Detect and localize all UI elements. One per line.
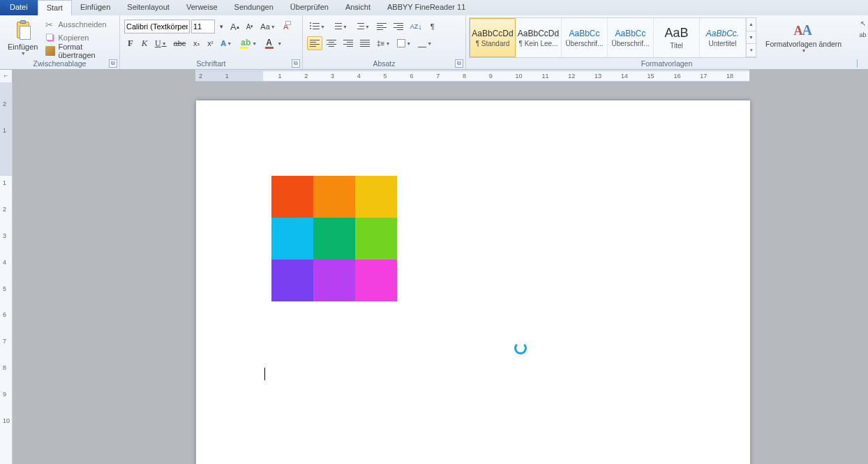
tab-file[interactable]: Datei (0, 0, 38, 15)
multilevel-list-button[interactable]: ▼ (352, 20, 373, 33)
group-paragraph-label: Absatz (306, 59, 463, 69)
text-effects-button[interactable]: A▼ (218, 36, 234, 50)
ruler-tick: 12 (568, 73, 575, 80)
style-item-3[interactable]: AaBbCcÜberschrif... (608, 18, 654, 57)
vruler-tick: 7 (3, 338, 6, 345)
decrease-indent-button[interactable] (374, 20, 389, 33)
vruler-tick: 9 (3, 391, 6, 398)
tab-references[interactable]: Verweise (178, 0, 226, 15)
style-preview: AaBbCc (615, 29, 645, 38)
font-size-dropdown[interactable]: ▾ (216, 21, 226, 32)
style-name: Titel (670, 42, 683, 50)
tab-review[interactable]: Überprüfen (282, 0, 337, 15)
ruler-tick: 7 (436, 73, 440, 80)
underline-button[interactable]: U▼ (152, 36, 170, 50)
paste-icon (13, 20, 33, 43)
grid-cell-4 (313, 218, 355, 260)
change-case-button[interactable]: Aa▼ (257, 20, 278, 33)
tab-home[interactable]: Start (38, 0, 72, 15)
shrink-font-button[interactable]: A▾ (244, 20, 257, 33)
ruler-corner[interactable]: ⌐ (0, 70, 13, 82)
style-name: Überschrif... (612, 40, 650, 47)
borders-button[interactable]: ▼ (415, 36, 435, 50)
align-center-button[interactable] (324, 36, 339, 50)
group-paragraph: ▼ ▼ ▼ AZ↓ ¶ ‡≡▼ ▼ ▼ A (303, 15, 466, 69)
text-cursor (264, 368, 265, 380)
paste-label: Einfügen (8, 43, 38, 51)
page-area (13, 82, 868, 464)
vruler-tick: 8 (3, 364, 6, 371)
sort-button[interactable]: AZ↓ (407, 20, 425, 33)
find-icon[interactable]: ab (859, 31, 866, 38)
gallery-scroll-up[interactable]: ▲ (747, 18, 756, 31)
style-preview: AaBbCcDd (472, 29, 513, 38)
font-launcher[interactable]: ⧉ (292, 59, 300, 68)
document-page[interactable] (196, 100, 750, 464)
grid-cell-6 (271, 260, 313, 301)
align-justify-button[interactable] (357, 36, 373, 50)
style-name: ¶ Kein Lee... (519, 40, 558, 47)
format-painter-button[interactable]: Format übertragen (44, 45, 115, 57)
copy-icon (45, 33, 55, 43)
change-styles-button[interactable]: Formatvorlagen ändern ▼ (761, 17, 846, 59)
style-item-2[interactable]: AaBbCcÜberschrif... (562, 18, 608, 57)
change-styles-label: Formatvorlagen ändern (765, 40, 841, 48)
align-right-button[interactable] (341, 36, 356, 50)
copy-button[interactable]: Kopieren (44, 31, 115, 43)
ruler-tick: 2 (304, 73, 308, 80)
style-item-4[interactable]: AaBTitel (654, 18, 700, 57)
cut-button[interactable]: ✂ Ausschneiden (44, 18, 115, 30)
line-spacing-button[interactable]: ‡≡▼ (374, 36, 393, 50)
loading-spinner-icon (514, 342, 527, 354)
gallery-scroll-more[interactable]: ▾ (747, 44, 756, 57)
gallery-scroll-down[interactable]: ▼ (747, 31, 756, 45)
clear-formatting-button[interactable]: A (280, 20, 292, 33)
font-color-button[interactable]: A▼ (261, 36, 285, 50)
chevron-down-icon: ▼ (21, 51, 26, 56)
subscript-button[interactable]: x (190, 36, 202, 50)
style-name: Untertitel (708, 40, 736, 47)
italic-button[interactable]: K (138, 36, 151, 50)
show-marks-button[interactable]: ¶ (426, 20, 439, 33)
bullets-button[interactable]: ▼ (307, 20, 328, 33)
grid-cell-5 (355, 218, 397, 260)
strikethrough-button[interactable]: abc (171, 36, 189, 50)
tab-mailings[interactable]: Sendungen (226, 0, 282, 15)
group-styles: AaBbCcDd¶ StandardAaBbCcDd¶ Kein Lee...A… (466, 15, 868, 69)
ribbon-tabs: Datei Start Einfügen Seitenlayout Verwei… (0, 0, 868, 15)
tab-page-layout[interactable]: Seitenlayout (119, 0, 178, 15)
chevron-down-icon: ▼ (802, 48, 807, 53)
paragraph-launcher[interactable]: ⧉ (455, 59, 463, 68)
style-item-0[interactable]: AaBbCcDd¶ Standard (470, 18, 516, 57)
clipboard-launcher[interactable]: ⧉ (109, 59, 117, 68)
vruler-tick: 3 (3, 232, 6, 239)
ruler-tick: 8 (463, 73, 466, 80)
horizontal-ruler[interactable]: 21123456789101112131415161718 (195, 70, 749, 82)
paste-button[interactable]: Einfügen ▼ (3, 17, 43, 59)
grid-cell-3 (271, 218, 313, 260)
bold-button[interactable]: F (124, 36, 137, 50)
tab-view[interactable]: Ansicht (337, 0, 379, 15)
superscript-button[interactable]: x (204, 36, 216, 50)
vertical-ruler[interactable]: 2112345678910 (0, 82, 13, 464)
grow-font-button[interactable]: A▴ (227, 20, 242, 33)
styles-gallery[interactable]: AaBbCcDd¶ StandardAaBbCcDd¶ Kein Lee...A… (469, 17, 756, 58)
work-area: 2112345678910 (0, 82, 868, 464)
highlight-color-button[interactable]: ab▼ (236, 36, 260, 50)
change-styles-icon (794, 22, 814, 40)
group-styles-label: Formatvorlagen (469, 59, 865, 69)
ruler-tick: 15 (648, 73, 654, 80)
style-item-1[interactable]: AaBbCcDd¶ Kein Lee... (516, 18, 562, 57)
align-left-button[interactable] (307, 36, 322, 50)
ruler-tick: 14 (621, 73, 628, 80)
tab-addin-abbyy[interactable]: ABBYY FineReader 11 (379, 0, 474, 15)
select-arrow-icon[interactable]: ↖ (860, 20, 866, 27)
ruler-tick: 17 (700, 73, 707, 80)
font-size-select[interactable] (191, 20, 215, 33)
increase-indent-button[interactable] (391, 20, 406, 33)
font-name-select[interactable] (124, 20, 190, 33)
shading-button[interactable]: ▼ (394, 36, 414, 50)
style-item-5[interactable]: AaBbCc.Untertitel (700, 18, 746, 57)
numbering-button[interactable]: ▼ (329, 20, 350, 33)
tab-insert[interactable]: Einfügen (72, 0, 119, 15)
